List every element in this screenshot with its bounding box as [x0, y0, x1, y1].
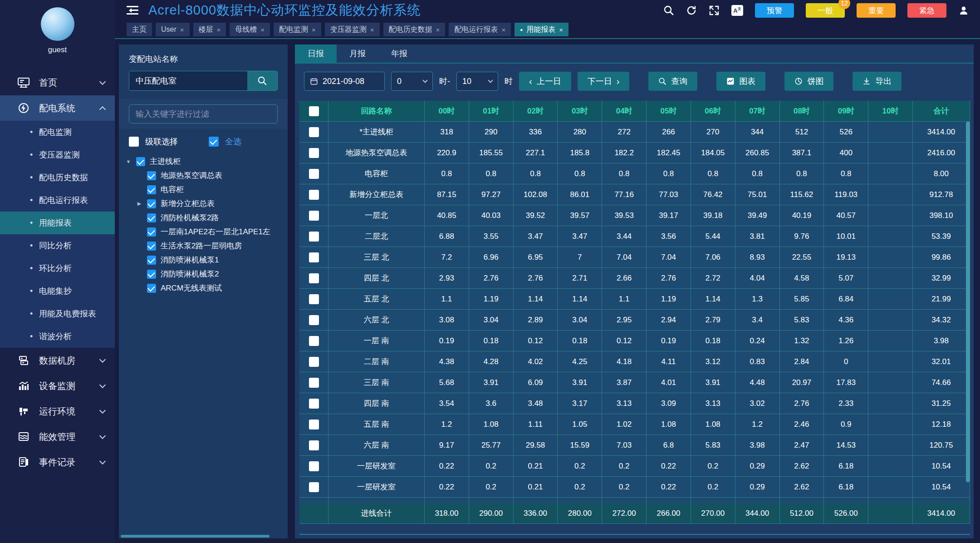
tree-node-checkbox[interactable] — [147, 171, 156, 180]
row-checkbox[interactable] — [309, 315, 319, 325]
pie-chart-button[interactable]: 饼图 — [784, 72, 833, 91]
select-all-checkbox[interactable] — [209, 137, 219, 147]
alert-important-button[interactable]: 重要 — [857, 3, 896, 18]
tree-node-新增分立柜总表[interactable]: ▶新增分立柜总表 — [125, 197, 283, 211]
refresh-icon[interactable] — [686, 5, 697, 16]
tab-用能报表[interactable]: ●用能报表× — [514, 23, 568, 36]
row-checkbox[interactable] — [309, 294, 319, 304]
row-checkbox[interactable] — [309, 127, 319, 137]
report-tab-月报[interactable]: 月报 — [337, 44, 378, 63]
tree-expand-icon[interactable]: ▶ — [136, 201, 142, 207]
sidebar-item-数据机房[interactable]: 数据机房 — [0, 348, 115, 373]
sidebar-subitem-电能集抄[interactable]: 电能集抄 — [0, 280, 115, 302]
search-icon[interactable] — [663, 5, 674, 16]
row-checkbox[interactable] — [309, 211, 319, 221]
tree-horizontal-scrollbar[interactable] — [121, 535, 270, 538]
row-checkbox[interactable] — [309, 252, 319, 262]
table-vertical-scrollbar[interactable] — [966, 122, 970, 482]
sidebar-subitem-用能报表[interactable]: 用能报表 — [0, 212, 115, 234]
tree-node-checkbox[interactable] — [147, 213, 156, 222]
query-button[interactable]: 查询 — [648, 72, 697, 91]
export-button[interactable]: 导出 — [853, 72, 902, 91]
row-checkbox[interactable] — [309, 169, 319, 179]
row-checkbox[interactable] — [309, 399, 319, 409]
tree-node-一层南1APE2右一层北1APE1左[interactable]: 一层南1APE2右一层北1APE1左 — [125, 225, 283, 239]
tree-node-主进线柜[interactable]: ▼主进线柜 — [125, 154, 283, 168]
close-icon[interactable]: × — [217, 26, 221, 34]
report-tab-年报[interactable]: 年报 — [378, 44, 420, 63]
tree-node-地源热泵空调总表[interactable]: 地源热泵空调总表 — [125, 168, 283, 183]
row-checkbox[interactable] — [309, 273, 319, 283]
sidebar-subitem-谐波分析[interactable]: 谐波分析 — [0, 325, 115, 348]
row-checkbox[interactable] — [309, 503, 319, 504]
tree-expand-icon[interactable]: ▼ — [125, 159, 132, 164]
row-checkbox[interactable] — [309, 190, 319, 200]
report-tab-日报[interactable]: 日报 — [295, 44, 337, 63]
close-icon[interactable]: × — [436, 26, 440, 34]
sidebar-subitem-环比分析[interactable]: 环比分析 — [0, 257, 115, 280]
tree-node-电容柜[interactable]: 电容柜 — [125, 183, 283, 197]
user-icon[interactable] — [958, 5, 969, 16]
tree-node-消防喷淋机械泵2[interactable]: 消防喷淋机械泵2 — [125, 267, 283, 281]
close-icon[interactable]: × — [180, 26, 184, 34]
row-checkbox[interactable] — [309, 461, 319, 471]
row-checkbox[interactable] — [309, 336, 319, 346]
tree-node-checkbox[interactable] — [147, 284, 156, 293]
sidebar-subitem-配电历史数据[interactable]: 配电历史数据 — [0, 166, 115, 189]
close-icon[interactable]: × — [501, 26, 505, 34]
tree-node-checkbox[interactable] — [147, 185, 156, 194]
row-checkbox[interactable] — [309, 420, 319, 429]
close-icon[interactable]: × — [370, 26, 374, 34]
tree-node-checkbox[interactable] — [147, 227, 156, 237]
tree-node-checkbox[interactable] — [147, 199, 156, 208]
tree-node-checkbox[interactable] — [136, 157, 145, 166]
row-checkbox[interactable] — [309, 482, 319, 492]
cascade-select-checkbox[interactable] — [129, 137, 139, 147]
tree-filter-input[interactable] — [129, 104, 278, 123]
menu-toggle-icon[interactable] — [127, 6, 138, 15]
station-search-button[interactable] — [247, 71, 277, 90]
alert-urgent-button[interactable]: 紧急 — [907, 3, 946, 18]
sidebar-item-事件记录[interactable]: 事件记录 — [0, 449, 115, 475]
date-picker[interactable]: 2021-09-08 — [304, 72, 385, 91]
tab-配电监测[interactable]: 配电监测× — [274, 23, 321, 36]
tree-node-生活水泵2路一层弱电房[interactable]: 生活水泵2路一层弱电房 — [125, 239, 283, 253]
tab-母线槽[interactable]: 母线槽× — [230, 23, 270, 36]
close-icon[interactable]: × — [559, 26, 563, 34]
tab-User[interactable]: User× — [156, 23, 190, 36]
sidebar-item-运行环境[interactable]: 运行环境 — [0, 399, 115, 424]
hour-from-select[interactable]: 0 — [391, 72, 433, 91]
chart-button[interactable]: 图表 — [716, 72, 765, 91]
tree-node-ARCM无线表测试[interactable]: ARCM无线表测试 — [125, 281, 283, 295]
row-checkbox[interactable] — [309, 148, 319, 158]
alert-general-button[interactable]: 一般12 — [806, 3, 845, 18]
tab-变压器监测[interactable]: 变压器监测× — [325, 23, 380, 36]
sidebar-subitem-配电运行报表[interactable]: 配电运行报表 — [0, 189, 115, 212]
sidebar-item-配电系统[interactable]: 配电系统 — [0, 95, 115, 121]
close-icon[interactable]: × — [312, 26, 316, 34]
translate-icon[interactable]: A文 — [731, 5, 743, 16]
sidebar-subitem-变压器监测[interactable]: 变压器监测 — [0, 143, 115, 166]
tree-node-checkbox[interactable] — [147, 256, 156, 265]
select-all-rows-checkbox[interactable] — [309, 106, 319, 116]
avatar[interactable] — [41, 7, 74, 41]
fullscreen-icon[interactable] — [709, 5, 720, 16]
close-icon[interactable]: × — [260, 26, 265, 34]
sidebar-subitem-配电监测[interactable]: 配电监测 — [0, 121, 115, 143]
tree-node-checkbox[interactable] — [147, 242, 156, 251]
tab-主页[interactable]: 主页 — [127, 23, 152, 36]
row-checkbox[interactable] — [309, 357, 319, 367]
tree-node-checkbox[interactable] — [147, 270, 156, 279]
sidebar-subitem-同比分析[interactable]: 同比分析 — [0, 234, 115, 257]
sidebar-item-能效管理[interactable]: 能效管理 — [0, 424, 115, 449]
alert-warning-button[interactable]: 预警 — [755, 3, 794, 18]
tab-配电历史数据[interactable]: 配电历史数据× — [383, 23, 446, 36]
sidebar-item-设备监测[interactable]: 设备监测 — [0, 373, 115, 399]
previous-day-button[interactable]: ‹上一日 — [519, 72, 571, 91]
row-checkbox[interactable] — [309, 440, 319, 450]
hour-to-select[interactable]: 10 — [456, 72, 498, 91]
next-day-button[interactable]: 下一日› — [578, 72, 630, 91]
station-name-input[interactable] — [129, 71, 247, 90]
row-checkbox[interactable] — [309, 232, 319, 242]
tree-node-消防喷淋机械泵1[interactable]: 消防喷淋机械泵1 — [125, 253, 283, 267]
